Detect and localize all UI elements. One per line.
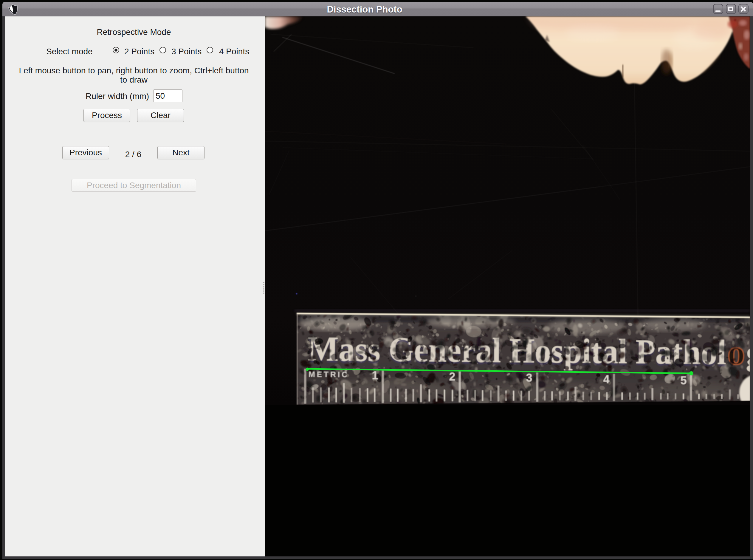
svg-text:2: 2	[449, 371, 455, 383]
svg-text:METRIC: METRIC	[308, 370, 349, 379]
svg-text:5: 5	[680, 374, 687, 387]
svg-text:4: 4	[603, 373, 609, 385]
svg-text:1: 1	[372, 369, 378, 382]
svg-text:g: g	[746, 333, 750, 373]
svg-text:3: 3	[526, 372, 532, 384]
svg-text:Mass General Hospital Pathol: Mass General Hospital Pathol	[308, 329, 727, 372]
